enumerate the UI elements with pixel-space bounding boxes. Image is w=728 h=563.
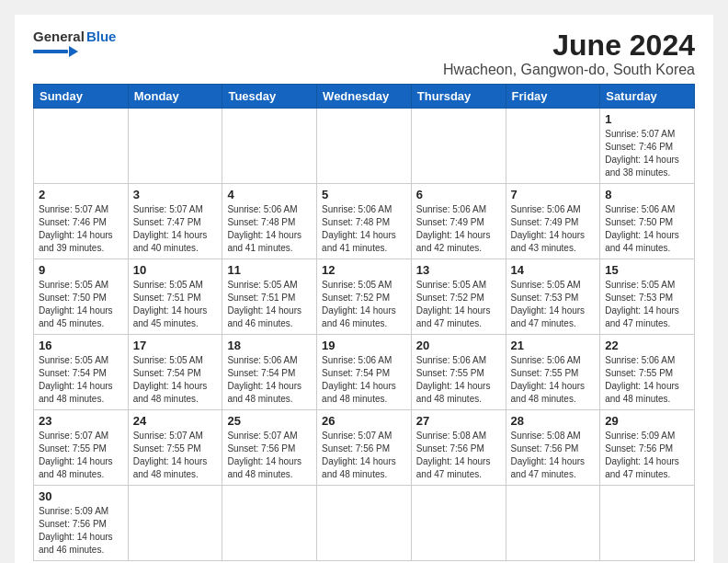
- calendar-cell: 27Sunrise: 5:08 AM Sunset: 7:56 PM Dayli…: [411, 410, 506, 486]
- day-number: 1: [605, 112, 689, 126]
- day-info: Sunrise: 5:08 AM Sunset: 7:56 PM Dayligh…: [416, 430, 501, 481]
- day-number: 9: [39, 263, 123, 277]
- calendar-cell: 22Sunrise: 5:06 AM Sunset: 7:55 PM Dayli…: [600, 335, 695, 410]
- calendar-cell: 19Sunrise: 5:06 AM Sunset: 7:54 PM Dayli…: [317, 335, 412, 410]
- calendar-cell: 28Sunrise: 5:08 AM Sunset: 7:56 PM Dayli…: [506, 410, 600, 486]
- calendar-cell: 23Sunrise: 5:07 AM Sunset: 7:55 PM Dayli…: [34, 410, 129, 486]
- day-info: Sunrise: 5:06 AM Sunset: 7:48 PM Dayligh…: [322, 203, 406, 255]
- day-number: 8: [605, 188, 689, 201]
- day-header-sunday: Sunday: [34, 85, 129, 109]
- calendar-cell: 3Sunrise: 5:07 AM Sunset: 7:47 PM Daylig…: [128, 184, 222, 259]
- calendar-cell: 25Sunrise: 5:07 AM Sunset: 7:56 PM Dayli…: [222, 410, 317, 486]
- calendar-cell: [317, 109, 412, 184]
- day-number: 5: [322, 188, 406, 201]
- calendar-cell: 24Sunrise: 5:07 AM Sunset: 7:55 PM Dayli…: [128, 410, 222, 486]
- calendar-cell: [600, 486, 695, 561]
- calendar-cell: 4Sunrise: 5:06 AM Sunset: 7:48 PM Daylig…: [222, 184, 317, 259]
- day-number: 4: [227, 188, 312, 201]
- calendar-cell: 15Sunrise: 5:05 AM Sunset: 7:53 PM Dayli…: [600, 259, 695, 335]
- week-row-1: 2Sunrise: 5:07 AM Sunset: 7:46 PM Daylig…: [34, 184, 695, 259]
- day-header-tuesday: Tuesday: [222, 85, 317, 109]
- calendar-cell: 11Sunrise: 5:05 AM Sunset: 7:51 PM Dayli…: [222, 259, 317, 335]
- calendar-cell: 21Sunrise: 5:06 AM Sunset: 7:55 PM Dayli…: [506, 335, 600, 410]
- day-info: Sunrise: 5:06 AM Sunset: 7:49 PM Dayligh…: [416, 203, 501, 255]
- header: General Blue June 2024 Hwacheon, Gangwon…: [33, 29, 695, 78]
- day-number: 20: [416, 339, 501, 352]
- calendar-cell: [34, 109, 129, 184]
- day-number: 23: [39, 414, 123, 428]
- day-number: 2: [39, 188, 123, 201]
- calendar-cell: 2Sunrise: 5:07 AM Sunset: 7:46 PM Daylig…: [34, 184, 129, 259]
- day-number: 21: [511, 339, 596, 352]
- day-info: Sunrise: 5:07 AM Sunset: 7:56 PM Dayligh…: [322, 430, 406, 481]
- calendar-cell: 8Sunrise: 5:06 AM Sunset: 7:50 PM Daylig…: [600, 184, 695, 259]
- day-info: Sunrise: 5:05 AM Sunset: 7:53 PM Dayligh…: [605, 279, 689, 330]
- day-number: 22: [605, 339, 689, 352]
- calendar-cell: [222, 486, 317, 561]
- calendar-cell: 30Sunrise: 5:09 AM Sunset: 7:56 PM Dayli…: [34, 486, 129, 561]
- logo-blue: Blue: [86, 29, 117, 45]
- day-number: 15: [605, 263, 689, 277]
- calendar-cell: 10Sunrise: 5:05 AM Sunset: 7:51 PM Dayli…: [128, 259, 222, 335]
- day-number: 14: [511, 263, 596, 277]
- calendar-cell: 29Sunrise: 5:09 AM Sunset: 7:56 PM Dayli…: [600, 410, 695, 486]
- calendar-cell: 26Sunrise: 5:07 AM Sunset: 7:56 PM Dayli…: [317, 410, 412, 486]
- calendar-cell: 16Sunrise: 5:05 AM Sunset: 7:54 PM Dayli…: [34, 335, 129, 410]
- day-info: Sunrise: 5:07 AM Sunset: 7:46 PM Dayligh…: [605, 128, 689, 179]
- logo: General Blue: [33, 29, 116, 57]
- day-info: Sunrise: 5:05 AM Sunset: 7:51 PM Dayligh…: [227, 279, 312, 330]
- day-header-thursday: Thursday: [411, 85, 506, 109]
- day-number: 30: [39, 489, 123, 503]
- day-number: 24: [133, 414, 218, 428]
- day-info: Sunrise: 5:06 AM Sunset: 7:49 PM Dayligh…: [511, 203, 596, 255]
- subtitle: Hwacheon, Gangwon-do, South Korea: [443, 62, 695, 78]
- day-number: 17: [133, 339, 218, 352]
- week-row-3: 16Sunrise: 5:05 AM Sunset: 7:54 PM Dayli…: [34, 335, 695, 410]
- calendar-cell: [222, 109, 317, 184]
- day-header-saturday: Saturday: [600, 85, 695, 109]
- day-number: 27: [416, 414, 501, 428]
- day-info: Sunrise: 5:05 AM Sunset: 7:50 PM Dayligh…: [39, 279, 123, 330]
- calendar-cell: 14Sunrise: 5:05 AM Sunset: 7:53 PM Dayli…: [506, 259, 600, 335]
- day-info: Sunrise: 5:07 AM Sunset: 7:55 PM Dayligh…: [39, 430, 123, 481]
- week-row-0: 1Sunrise: 5:07 AM Sunset: 7:46 PM Daylig…: [34, 109, 695, 184]
- calendar-cell: 1Sunrise: 5:07 AM Sunset: 7:46 PM Daylig…: [600, 109, 695, 184]
- calendar-cell: 18Sunrise: 5:06 AM Sunset: 7:54 PM Dayli…: [222, 335, 317, 410]
- day-info: Sunrise: 5:06 AM Sunset: 7:54 PM Dayligh…: [227, 354, 312, 406]
- calendar-cell: 7Sunrise: 5:06 AM Sunset: 7:49 PM Daylig…: [506, 184, 600, 259]
- day-info: Sunrise: 5:06 AM Sunset: 7:54 PM Dayligh…: [322, 354, 406, 406]
- day-info: Sunrise: 5:05 AM Sunset: 7:54 PM Dayligh…: [39, 354, 123, 406]
- day-number: 16: [39, 339, 123, 352]
- week-row-2: 9Sunrise: 5:05 AM Sunset: 7:50 PM Daylig…: [34, 259, 695, 335]
- day-header-friday: Friday: [506, 85, 600, 109]
- page: General Blue June 2024 Hwacheon, Gangwon…: [15, 15, 713, 563]
- day-number: 29: [605, 414, 689, 428]
- day-info: Sunrise: 5:08 AM Sunset: 7:56 PM Dayligh…: [511, 430, 596, 481]
- calendar-cell: 5Sunrise: 5:06 AM Sunset: 7:48 PM Daylig…: [317, 184, 412, 259]
- day-number: 12: [322, 263, 406, 277]
- day-info: Sunrise: 5:07 AM Sunset: 7:46 PM Dayligh…: [39, 203, 123, 255]
- day-info: Sunrise: 5:09 AM Sunset: 7:56 PM Dayligh…: [39, 505, 123, 557]
- day-info: Sunrise: 5:05 AM Sunset: 7:52 PM Dayligh…: [322, 279, 406, 330]
- day-number: 10: [133, 263, 218, 277]
- day-info: Sunrise: 5:06 AM Sunset: 7:50 PM Dayligh…: [605, 203, 689, 255]
- week-row-5: 30Sunrise: 5:09 AM Sunset: 7:56 PM Dayli…: [34, 486, 695, 561]
- day-number: 13: [416, 263, 501, 277]
- calendar-cell: 9Sunrise: 5:05 AM Sunset: 7:50 PM Daylig…: [34, 259, 129, 335]
- calendar-cell: [506, 109, 600, 184]
- main-title: June 2024: [443, 29, 695, 62]
- calendar-cell: 17Sunrise: 5:05 AM Sunset: 7:54 PM Dayli…: [128, 335, 222, 410]
- day-info: Sunrise: 5:07 AM Sunset: 7:56 PM Dayligh…: [227, 430, 312, 481]
- day-number: 6: [416, 188, 501, 201]
- calendar-cell: [317, 486, 412, 561]
- day-number: 11: [227, 263, 312, 277]
- calendar-cell: [506, 486, 600, 561]
- calendar-cell: 13Sunrise: 5:05 AM Sunset: 7:52 PM Dayli…: [411, 259, 506, 335]
- day-info: Sunrise: 5:06 AM Sunset: 7:48 PM Dayligh…: [227, 203, 312, 255]
- day-info: Sunrise: 5:06 AM Sunset: 7:55 PM Dayligh…: [605, 354, 689, 406]
- day-number: 3: [133, 188, 218, 201]
- week-row-4: 23Sunrise: 5:07 AM Sunset: 7:55 PM Dayli…: [34, 410, 695, 486]
- day-info: Sunrise: 5:06 AM Sunset: 7:55 PM Dayligh…: [511, 354, 596, 406]
- day-info: Sunrise: 5:05 AM Sunset: 7:52 PM Dayligh…: [416, 279, 501, 330]
- day-info: Sunrise: 5:07 AM Sunset: 7:55 PM Dayligh…: [133, 430, 218, 481]
